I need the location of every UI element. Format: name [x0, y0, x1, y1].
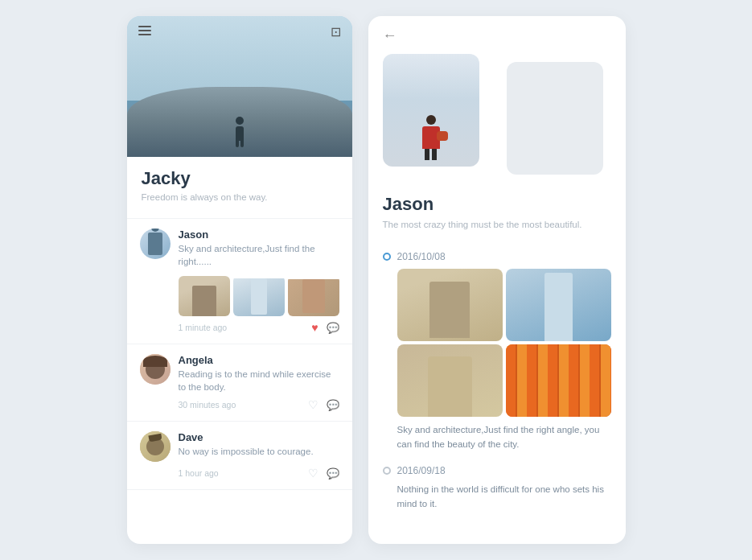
feed-footer-jason: 1 minute ago ♥ 💬	[179, 321, 339, 334]
feed-info-jason: Jason Sky and architecture,Just find the…	[179, 229, 339, 268]
feed-time-angela: 30 minutes ago	[179, 400, 236, 410]
rp-profile: Jason The most crazy thing must be the m…	[368, 194, 626, 251]
timeline-caption-1: Sky and architecture,Just find the right…	[397, 423, 611, 452]
feed-thumb-3	[288, 276, 339, 316]
timeline: 2016/10/08	[368, 251, 626, 540]
feed-text-jason: Sky and architecture,Just find the right…	[179, 242, 339, 268]
feed-list: Jason Sky and architecture,Just find the…	[127, 218, 352, 490]
timeline-img-4	[506, 344, 611, 417]
cover-image	[127, 16, 352, 157]
profile-section: Jacky Freedom is always on the way.	[127, 157, 352, 218]
feed-info-dave: Dave No way is impossible to courage.	[179, 431, 339, 458]
feed-info-angela: Angela Reading is to the mind while exer…	[179, 354, 339, 393]
left-panel: ⊡ Jacky Freedom is always on the way. Ja…	[127, 16, 352, 544]
hero-body	[422, 126, 440, 149]
arch-img-3	[288, 279, 339, 316]
heart-icon-dave[interactable]: ♡	[308, 467, 318, 480]
feed-images-jason	[179, 276, 339, 316]
timeline-entry-1: 2016/10/08	[383, 251, 611, 452]
feed-item-header-angela: Angela Reading is to the mind while exer…	[140, 354, 339, 393]
feed-item-jason[interactable]: Jason Sky and architecture,Just find the…	[127, 219, 352, 344]
feed-thumb-1	[179, 276, 230, 316]
timeline-img-1	[397, 269, 503, 341]
arch-img-1	[179, 276, 230, 316]
hero-image-area	[383, 54, 611, 183]
hero-leg-left	[425, 149, 429, 160]
timeline-text-2: Nothing in the world is difficult for on…	[397, 483, 611, 512]
feed-item-header-dave: Dave No way is impossible to courage.	[140, 431, 339, 462]
camera-icon[interactable]: ⊡	[331, 24, 341, 39]
feed-text-angela: Reading is to the mind while exercise to…	[179, 368, 339, 393]
hero-figure	[422, 115, 440, 160]
hero-bag	[437, 131, 448, 141]
hero-main-img	[383, 54, 479, 167]
rp-profile-name: Jason	[383, 194, 611, 215]
timg4-stripes	[506, 344, 611, 417]
timeline-dot-2	[383, 467, 391, 475]
feed-item-angela[interactable]: Angela Reading is to the mind while exer…	[127, 344, 352, 422]
feed-footer-dave: 1 hour ago ♡ 💬	[179, 467, 339, 480]
feed-username-jason: Jason	[179, 229, 339, 241]
right-panel: ← Jason	[368, 16, 626, 544]
rp-header: ←	[368, 16, 626, 183]
profile-bio: Freedom is always on the way.	[142, 192, 338, 202]
avatar-angela	[140, 354, 171, 385]
avatar-jason	[140, 229, 171, 259]
figure-body	[236, 126, 244, 141]
figure-head	[236, 117, 244, 125]
figure-leg-right	[240, 141, 244, 147]
menu-icon[interactable]	[138, 26, 151, 35]
cover-figure	[232, 117, 247, 141]
back-button[interactable]: ←	[383, 27, 611, 44]
figure-leg-left	[236, 141, 239, 147]
timeline-grid-1	[397, 269, 611, 417]
cover-photo: ⊡	[127, 16, 352, 157]
menu-line-1	[138, 26, 151, 27]
timeline-date-2: 2016/09/18	[397, 465, 446, 476]
hero-legs	[425, 149, 437, 160]
profile-name: Jacky	[142, 168, 338, 189]
feed-thumb-2	[233, 276, 285, 316]
heart-icon-jason[interactable]: ♥	[311, 321, 318, 334]
feed-actions-dave: ♡ 💬	[308, 467, 339, 480]
menu-line-3	[138, 34, 151, 35]
feed-item-header: Jason Sky and architecture,Just find the…	[140, 229, 339, 268]
comment-icon-dave[interactable]: 💬	[327, 467, 339, 480]
hero-leg-right	[432, 149, 437, 160]
arch-img-2	[233, 278, 285, 316]
timeline-date-row-1: 2016/10/08	[383, 251, 611, 262]
feed-time-jason: 1 minute ago	[179, 323, 228, 332]
rp-profile-bio: The most crazy thing must be the most be…	[383, 218, 611, 232]
timeline-date-row-2: 2016/09/18	[383, 465, 611, 476]
heart-icon-angela[interactable]: ♡	[308, 398, 318, 411]
feed-item-dave[interactable]: Dave No way is impossible to courage. 1 …	[127, 422, 352, 490]
feed-text-dave: No way is impossible to courage.	[179, 445, 339, 458]
hero-bg-card	[507, 62, 603, 175]
feed-username-dave: Dave	[179, 431, 339, 443]
feed-time-dave: 1 hour ago	[179, 468, 219, 478]
timeline-img-3	[397, 344, 503, 417]
feed-actions-angela: ♡ 💬	[308, 398, 339, 411]
feed-actions-jason: ♥ 💬	[311, 321, 339, 334]
comment-icon-jason[interactable]: 💬	[327, 322, 339, 334]
feed-footer-angela: 30 minutes ago ♡ 💬	[179, 398, 339, 411]
timeline-entry-2: 2016/09/18 Nothing in the world is diffi…	[383, 465, 611, 512]
menu-line-2	[138, 30, 151, 31]
timeline-dot-1	[383, 253, 391, 261]
timeline-img-2	[506, 269, 611, 341]
app-container: ⊡ Jacky Freedom is always on the way. Ja…	[0, 0, 752, 560]
figure-legs	[232, 141, 247, 147]
avatar-dave	[140, 431, 171, 462]
hero-head	[426, 115, 436, 125]
comment-icon-angela[interactable]: 💬	[327, 399, 339, 411]
timeline-date-1: 2016/10/08	[397, 251, 446, 262]
feed-username-angela: Angela	[179, 354, 339, 366]
